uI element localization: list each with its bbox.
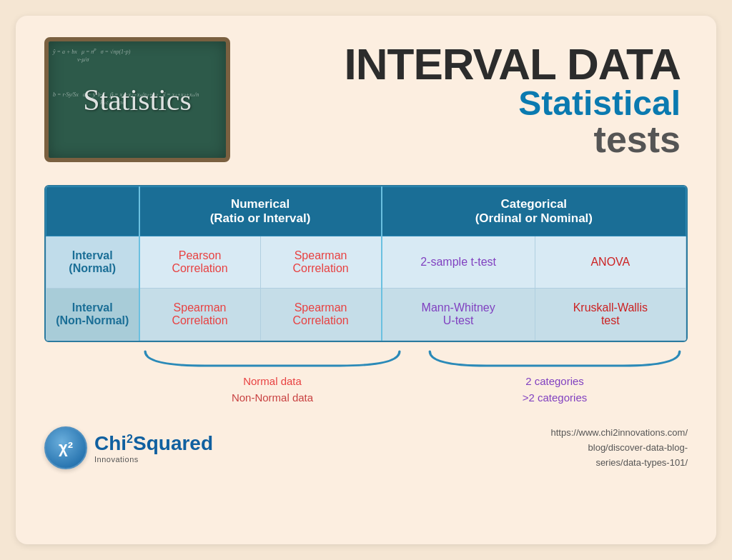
url-line1: https://www.chi2innovations.com/ (551, 426, 688, 441)
cell-spearman-correlation-2: Spearman Correlation (139, 289, 261, 341)
chalkboard-image: ŷ = a + bx μ = np σ = √np(1-p) v-μ/σ b =… (44, 37, 230, 162)
page-title-main: INTERVAL DATA (230, 42, 681, 86)
footer-section: χ² Chi2Squared Innovations https://www.c… (44, 426, 688, 470)
cell-pearson-correlation: Pearson Correlation (139, 236, 261, 289)
annotation-numerical: Normal data Non-Normal data (137, 348, 407, 406)
page-title-sub: Statistical (230, 86, 681, 121)
cell-anova: ANOVA (535, 236, 686, 289)
stats-table-container: Numerical (Ratio or Interval) Categorica… (44, 185, 688, 342)
annotation-spacer-left (44, 348, 137, 406)
table-header-empty (46, 187, 139, 236)
table-header-categorical: Categorical (Ordinal or Nominal) (382, 187, 686, 236)
cell-kruskall-wallis: Kruskall-Wallis test (535, 289, 686, 341)
table-header-numerical: Numerical (Ratio or Interval) (139, 187, 382, 236)
brace-numerical-svg (137, 348, 407, 369)
url-line3: series/data-types-101/ (551, 456, 688, 471)
brace-categorical-svg (422, 348, 688, 369)
chalkboard-title: Statistics (83, 83, 192, 117)
annotation-categorical: 2 categories >2 categories (422, 348, 688, 406)
cell-2sample-ttest: 2-sample t-test (382, 236, 535, 289)
annotation-section: Normal data Non-Normal data 2 categories… (44, 348, 688, 406)
cell-spearman-correlation-3: Spearman Correlation (260, 289, 382, 341)
url-section: https://www.chi2innovations.com/ blog/di… (551, 426, 688, 470)
cell-spearman-correlation-1: Spearman Correlation (260, 236, 382, 289)
header-section: ŷ = a + bx μ = np σ = √np(1-p) v-μ/σ b =… (44, 37, 688, 162)
table-header-row: Numerical (Ratio or Interval) Categorica… (46, 187, 686, 236)
table-row: Interval (Non-Normal) Spearman Correlati… (46, 289, 686, 341)
table-row: Interval (Normal) Pearson Correlation Sp… (46, 236, 686, 289)
logo-company: Innovations (94, 455, 213, 464)
main-card: ŷ = a + bx μ = np σ = √np(1-p) v-μ/σ b =… (16, 16, 716, 544)
annotation-categorical-label: 2 categories >2 categories (523, 374, 587, 406)
cell-mann-whitney: Mann-Whitney U-test (382, 289, 535, 341)
url-line2: blog/discover-data-blog- (551, 441, 688, 456)
row-label-interval-normal: Interval (Normal) (46, 236, 139, 289)
title-section: INTERVAL DATA Statistical tests (230, 42, 688, 158)
logo-text: Chi2Squared Innovations (94, 433, 213, 464)
logo-section: χ² Chi2Squared Innovations (44, 426, 213, 469)
annotation-spacer-mid (407, 348, 422, 406)
stats-table: Numerical (Ratio or Interval) Categorica… (46, 186, 686, 341)
row-label-interval-nonnormal: Interval (Non-Normal) (46, 289, 139, 341)
logo-icon: χ² (44, 426, 87, 469)
logo-name: Chi2Squared (94, 433, 213, 455)
annotation-numerical-label: Normal data Non-Normal data (232, 374, 313, 406)
page-title-tests: tests (230, 121, 681, 158)
